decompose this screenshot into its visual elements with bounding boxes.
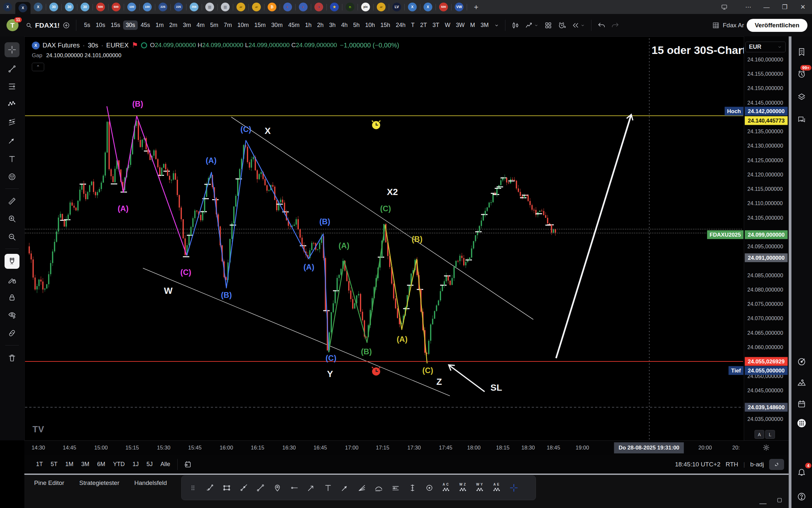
wave-label[interactable]: (B)	[319, 217, 330, 226]
timeframe-4m[interactable]: 4m	[194, 20, 207, 30]
crosshair-tool-blue[interactable]	[506, 479, 522, 497]
window-restore-button[interactable]: ❐	[776, 3, 794, 11]
pin-tool[interactable]	[269, 479, 286, 497]
panel-minimize-button[interactable]: —	[759, 499, 767, 508]
legend-interval[interactable]: 30s	[88, 42, 98, 49]
goto-date-button[interactable]	[181, 459, 195, 470]
trend-line-tool[interactable]	[252, 479, 269, 497]
wave-label[interactable]: (B)	[221, 291, 232, 299]
calendar-icon[interactable]	[794, 396, 809, 412]
create-alert-button[interactable]	[555, 20, 569, 31]
eye-tool[interactable]	[5, 307, 19, 323]
elliott-wave-tool[interactable]	[5, 96, 19, 111]
browser-tab[interactable]: X	[0, 0, 15, 14]
panel-maximize-button[interactable]	[776, 497, 783, 503]
wave-label[interactable]: (A)	[396, 335, 407, 344]
layout-name[interactable]: Fdax Ar	[723, 22, 744, 29]
circle-tool-tool[interactable]	[421, 479, 437, 497]
indicators-button[interactable]	[522, 20, 541, 31]
text-tool-tool[interactable]	[320, 479, 336, 497]
tradingview-logo[interactable]: TV	[33, 424, 45, 434]
text-tool-tool[interactable]	[5, 152, 19, 166]
alert-clock-marker[interactable]	[372, 121, 380, 129]
zoom-out-tool[interactable]	[5, 229, 19, 244]
browser-tab[interactable]: pix	[358, 0, 373, 14]
panel-tab-pine-editor[interactable]: Pine Editor	[34, 479, 64, 486]
projection-up-arrow[interactable]	[556, 115, 631, 358]
wave-label[interactable]: (C)	[422, 366, 433, 375]
chart-pane[interactable]: (A)(B)(C)(A)(B)(C)(A)(B)(C)(A)(B)(C)(A)(…	[25, 36, 744, 440]
ray-tool[interactable]	[236, 479, 252, 497]
curve-tool[interactable]	[371, 479, 387, 497]
timeframe-45m[interactable]: 45m	[286, 20, 302, 30]
timeframe-30m[interactable]: 30m	[269, 20, 285, 30]
chat-icon[interactable]	[794, 112, 809, 127]
layers-icon[interactable]	[794, 89, 809, 104]
timeframe-45s[interactable]: 45s	[138, 20, 153, 30]
alerts-clock-icon[interactable]: 99+	[794, 66, 809, 82]
range-5J[interactable]: 5J	[146, 461, 153, 468]
browser-tab[interactable]: 356	[186, 0, 202, 14]
adjustment-toggle[interactable]: b-adj	[750, 461, 764, 468]
browser-tab[interactable]: LV	[389, 0, 404, 14]
range-Alle[interactable]: Alle	[160, 461, 170, 468]
price-axis[interactable]: EUR24.160,00000024.155,00000024.150,0000…	[744, 36, 789, 440]
timeframe-5h[interactable]: 5h	[350, 20, 362, 30]
chart-text-label[interactable]: 15 oder 30S-Chart	[652, 44, 744, 56]
emoji-tool[interactable]	[5, 169, 19, 184]
browser-tab[interactable]: 30	[77, 0, 93, 14]
vruler-tool[interactable]	[404, 479, 421, 497]
fan-tool[interactable]	[354, 479, 370, 497]
timeframe-M[interactable]: M	[467, 20, 477, 30]
scale-toggle-l[interactable]: L	[765, 430, 775, 439]
trend-line-tool[interactable]	[5, 61, 19, 76]
arrow-marker-tool[interactable]	[5, 133, 19, 148]
timeframe-T[interactable]: T	[408, 20, 417, 30]
timeframe-1m[interactable]: 1m	[153, 20, 166, 30]
sl-pointer-arrow[interactable]	[449, 365, 485, 392]
brush-tool[interactable]	[202, 479, 218, 497]
trend-channel-line[interactable]	[143, 268, 450, 396]
parallel-lines-tool[interactable]	[387, 479, 404, 497]
ideas-icon[interactable]	[794, 375, 809, 391]
arrow-marker-tool[interactable]	[337, 479, 353, 497]
browser-tab[interactable]: X	[15, 2, 31, 14]
chart-text-label[interactable]: X2	[387, 187, 398, 197]
chart-text-label[interactable]: Y	[327, 369, 333, 379]
chart-text-label[interactable]: Z	[436, 377, 442, 387]
wave-label[interactable]: (A)	[303, 263, 314, 271]
horizontal-ray-tool[interactable]	[286, 479, 302, 497]
trend-channel-line[interactable]	[231, 117, 533, 320]
panel-tab-handelsfeld[interactable]: Handelsfeld	[135, 479, 167, 486]
chart-type-button[interactable]	[509, 20, 522, 31]
browser-tab[interactable]: ▰	[233, 0, 248, 14]
timeframe-3h[interactable]: 3h	[326, 20, 338, 30]
wave-label[interactable]: (B)	[361, 347, 372, 356]
browser-tab[interactable]: ◐	[280, 0, 295, 14]
timeframe-30s[interactable]: 30s	[123, 20, 138, 30]
fib-retracement-tool[interactable]	[5, 79, 19, 94]
panel-tab-strategietester[interactable]: Strategietester	[79, 479, 120, 486]
wave-label[interactable]: (C)	[326, 353, 336, 363]
window-more-button[interactable]: ⋯	[739, 3, 757, 11]
timeframe-15s[interactable]: 15s	[108, 20, 123, 30]
range-3M[interactable]: 3M	[81, 461, 89, 468]
range-1M[interactable]: 1M	[65, 461, 74, 468]
redo-button[interactable]	[608, 20, 622, 31]
bar-replay-button[interactable]	[569, 20, 588, 31]
browser-tab[interactable]: 500	[436, 0, 451, 14]
rect-tool-tool[interactable]	[219, 479, 235, 497]
browser-tab[interactable]: 100	[124, 0, 139, 14]
range-1T[interactable]: 1T	[36, 461, 43, 468]
wave-label[interactable]: (C)	[380, 204, 391, 213]
crosshair-tool[interactable]	[5, 42, 19, 57]
browser-tab[interactable]: ◑	[311, 0, 326, 14]
timeframe-7m[interactable]: 7m	[221, 20, 235, 30]
apps-icon[interactable]	[794, 415, 809, 431]
timeframe-4h[interactable]: 4h	[338, 20, 350, 30]
browser-tab[interactable]: X	[31, 0, 46, 14]
browser-tab[interactable]: VW	[451, 0, 467, 14]
browser-tab[interactable]: n	[342, 0, 357, 14]
browser-tab[interactable]: ▥	[218, 0, 233, 14]
zoom-in-tool[interactable]	[5, 211, 19, 226]
